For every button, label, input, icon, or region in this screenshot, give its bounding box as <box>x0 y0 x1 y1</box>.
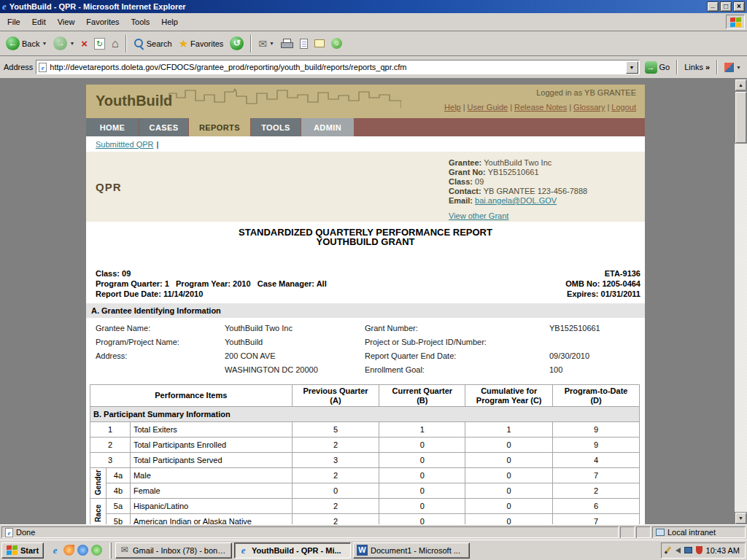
intranet-zone-icon <box>656 529 665 536</box>
search-button[interactable]: Search <box>131 34 174 54</box>
toolbar: Back Search Favorites <box>0 31 747 56</box>
breadcrumb-link-submitted-qpr[interactable]: Submittted QPR <box>96 140 153 149</box>
refresh-button[interactable] <box>92 34 107 54</box>
meta-line: Expires: 01/31/2011 <box>565 289 640 299</box>
menubar: FileEditViewFavoritesToolsHelp <box>0 13 747 31</box>
header-link-help[interactable]: Help <box>444 103 461 112</box>
logged-in-text: Logged in as YB GRANTEE <box>536 88 636 97</box>
column-header: Program-to-Date(D) <box>553 385 640 407</box>
browser-quicklaunch-icon[interactable] <box>63 545 74 556</box>
qpr-fields: Grantee: YouthBuild Two IncGrant No: YB1… <box>449 158 587 206</box>
mail-task-icon <box>119 545 130 556</box>
stop-button[interactable] <box>79 34 90 54</box>
discuss-button[interactable] <box>312 34 327 54</box>
menu-tools[interactable]: Tools <box>125 15 156 29</box>
row-label: Hispanic/Latino <box>130 499 292 514</box>
taskbar-task[interactable]: Gmail - Inbox (78) - bonn... <box>115 542 232 559</box>
messenger-quicklaunch-icon[interactable] <box>91 545 102 556</box>
window-ie-icon: e <box>2 1 7 12</box>
email-link[interactable]: bai.angela@DOL.GOV <box>475 196 557 205</box>
chevron-down-icon[interactable] <box>69 41 74 46</box>
edit-button[interactable] <box>298 34 310 54</box>
start-label: Start <box>20 546 39 555</box>
menu-help[interactable]: Help <box>155 15 184 29</box>
header-link-logout[interactable]: Logout <box>611 103 636 112</box>
field-label: Grantee: <box>449 158 484 167</box>
mail-button[interactable] <box>256 34 276 54</box>
extra-toolbar-button[interactable] <box>722 57 743 77</box>
tab-reports[interactable]: REPORTS <box>189 118 250 136</box>
header-link-user-guide[interactable]: User Guide <box>468 103 508 112</box>
print-button[interactable] <box>279 34 295 54</box>
taskbar-clock: 10:43 AM <box>706 546 740 555</box>
ie-quicklaunch-icon[interactable] <box>50 545 61 556</box>
qpr-field-class-: Class: 09 <box>449 177 587 187</box>
media-player-quicklaunch-icon[interactable] <box>77 545 88 556</box>
document-icon <box>5 528 13 537</box>
window-title: YouthBuild - QPR - Microsoft Internet Ex… <box>9 2 704 11</box>
statusbar: Done Local intranet <box>0 524 747 540</box>
home-button[interactable] <box>109 34 121 54</box>
header-link-release-notes[interactable]: Release Notes <box>514 103 567 112</box>
breadcrumb-separator: | <box>156 140 158 149</box>
report-meta: Class: 09Program Quarter: 1 Program Year… <box>96 268 640 299</box>
row-value: 0 <box>465 483 553 499</box>
vertical-scrollbar[interactable] <box>735 79 747 524</box>
menu-file[interactable]: File <box>1 15 26 29</box>
antivirus-tray-icon[interactable] <box>696 546 703 554</box>
address-dropdown-button[interactable] <box>626 61 638 74</box>
header-link-glossary[interactable]: Glossary <box>573 103 605 112</box>
address-input[interactable]: http://devetareports.doleta.gov/CFDOCS/g… <box>36 60 639 74</box>
links-chevron-icon[interactable]: » <box>705 63 710 71</box>
links-button[interactable]: Links » <box>682 57 712 77</box>
menu-favorites[interactable]: Favorites <box>80 15 125 29</box>
tab-home[interactable]: HOME <box>86 118 139 136</box>
menu-view[interactable]: View <box>52 15 81 29</box>
row-label: Male <box>130 468 292 483</box>
nav-tabs: HOMECASESREPORTSTOOLSADMIN <box>86 118 645 136</box>
history-button[interactable] <box>228 34 246 54</box>
forward-icon <box>53 36 67 50</box>
info-value: YouthBuild Two Inc <box>225 322 365 335</box>
chevron-down-icon[interactable] <box>736 65 741 70</box>
tab-tools[interactable]: TOOLS <box>251 118 301 136</box>
minimize-button[interactable] <box>707 1 719 12</box>
qpr-field-email-: Email: bai.angela@DOL.GOV <box>449 196 587 206</box>
quick-launch <box>46 545 106 556</box>
scroll-thumb[interactable] <box>735 91 747 144</box>
back-button[interactable]: Back <box>4 34 49 54</box>
address-url[interactable]: http://devetareports.doleta.gov/CFDOCS/g… <box>50 63 622 71</box>
scroll-up-button[interactable] <box>735 79 747 91</box>
window-controls <box>707 1 745 12</box>
favorites-button[interactable]: Favorites <box>177 34 226 54</box>
maximize-button[interactable] <box>720 1 732 12</box>
taskbar-task[interactable]: YouthBuild - QPR - Mi... <box>234 542 351 559</box>
scroll-down-button[interactable] <box>735 512 747 524</box>
chevron-down-icon[interactable] <box>42 41 47 46</box>
start-button[interactable]: Start <box>1 542 44 559</box>
row-value: 0 <box>379 499 465 514</box>
row-number: 4a <box>106 468 130 483</box>
toolbar-separator <box>250 35 252 52</box>
tab-admin[interactable]: ADMIN <box>301 118 354 136</box>
field-value: 09 <box>475 177 484 186</box>
field-value: YB GRANTEE 123-456-7888 <box>484 187 587 195</box>
speaker-tray-icon[interactable] <box>673 548 681 553</box>
browser-window: e YouthBuild - QPR - Microsoft Internet … <box>0 0 747 560</box>
row-value: 0 <box>379 438 465 453</box>
chevron-down-icon[interactable] <box>269 41 274 46</box>
search-icon <box>133 38 144 49</box>
tab-cases[interactable]: CASES <box>139 118 188 136</box>
row-number: 1 <box>90 422 131 438</box>
network-tray-icon[interactable] <box>684 547 692 553</box>
section-a-info-grid: Grantee Name:YouthBuild Two IncGrant Num… <box>86 318 645 381</box>
go-button[interactable]: Go <box>643 57 673 77</box>
row-value: 0 <box>379 453 465 468</box>
close-button[interactable] <box>733 1 745 12</box>
forward-button[interactable] <box>51 34 77 54</box>
menu-edit[interactable]: Edit <box>26 15 52 29</box>
view-other-grant-link[interactable]: View other Grant <box>449 211 508 220</box>
pencil-tray-icon[interactable] <box>664 546 670 553</box>
messenger-button[interactable] <box>329 34 344 54</box>
taskbar-task[interactable]: Document1 - Microsoft ... <box>353 542 470 559</box>
